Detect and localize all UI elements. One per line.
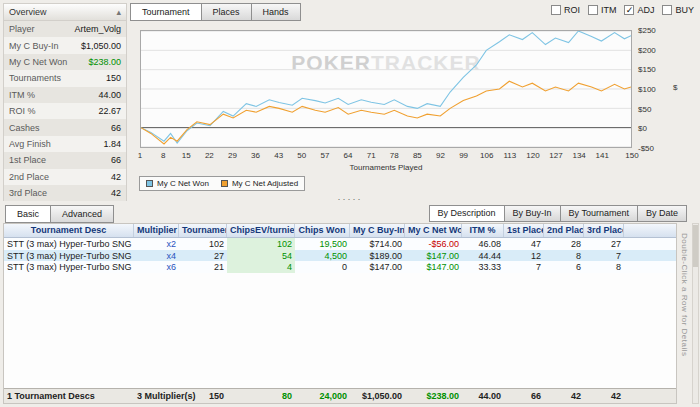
overview-stat-value: $1,050.00 — [81, 41, 121, 51]
summary-cell: 150 — [179, 390, 227, 402]
overview-stat-value: 66 — [111, 123, 121, 133]
table-summary-row: 1 Tournament Descs3 Multiplier(s)1508024… — [4, 388, 676, 403]
x-axis-label: Tournaments Played — [140, 163, 632, 172]
table-cell: 8 — [544, 250, 584, 262]
column-header-chips-won[interactable]: Chips Won — [295, 224, 350, 237]
overview-row: ITM %44.00 — [4, 87, 126, 103]
table-row[interactable]: STT (3 max) Hyper-Turbo SNG LOTTERYx6214… — [4, 261, 676, 273]
table-cell: 4,500 — [295, 250, 350, 262]
overview-panel: Overview ▴ PlayerArtem_VolgMy C Buy-In$1… — [3, 3, 127, 201]
legend-label: My C Net Won — [157, 179, 209, 188]
summary-cell: $238.00 — [405, 390, 462, 402]
x-tick-label: 50 — [292, 151, 312, 160]
table-cell: 28 — [544, 238, 584, 250]
table-cell: 0 — [295, 261, 350, 273]
y-axis-label: $ — [673, 83, 677, 92]
x-tick-label: 120 — [523, 151, 543, 160]
column-header-chipsev-turniej[interactable]: ChipsEV/turniej — [227, 224, 295, 237]
summary-cell: 42 — [544, 390, 584, 402]
group-button-by-buy-in[interactable]: By Buy-In — [504, 205, 561, 222]
column-header-my-c-buy-in[interactable]: My C Buy-In — [350, 224, 405, 237]
panel-splitter-handle[interactable]: ····· — [0, 196, 700, 203]
group-button-by-tournament[interactable]: By Tournament — [560, 205, 638, 222]
overview-title: Overview — [9, 7, 47, 17]
table-cell: 46.08 — [462, 238, 504, 250]
group-button-by-date[interactable]: By Date — [637, 205, 687, 222]
x-tick-label: 78 — [384, 151, 404, 160]
checkbox-box[interactable] — [551, 5, 561, 15]
column-header-tournaments[interactable]: Tournaments — [179, 224, 227, 237]
table-body: STT (3 max) Hyper-Turbo SNG LOTTERYx2102… — [4, 238, 676, 273]
overview-stat-value: 1.84 — [103, 139, 121, 149]
checkbox-roi[interactable]: ROI — [551, 5, 580, 15]
overview-stat-value: 66 — [111, 155, 121, 165]
overview-panel-header[interactable]: Overview ▴ — [4, 4, 126, 21]
double-click-hint: Double-Click a Row for Details — [680, 233, 689, 356]
overview-stat-value: Artem_Volg — [74, 24, 121, 34]
table-cell: $147.00 — [405, 261, 462, 273]
table-cell: 47 — [504, 238, 544, 250]
overview-stat-label: 2nd Place — [9, 172, 49, 182]
checkbox-buy[interactable]: BUY — [662, 5, 694, 15]
y-tick-label: $200 — [638, 46, 656, 55]
checkbox-label: ROI — [564, 5, 580, 15]
table-cell: 4 — [227, 261, 295, 273]
x-tick-label: 113 — [500, 151, 520, 160]
tab-hands[interactable]: Hands — [251, 3, 301, 21]
y-tick-label: $0 — [638, 124, 647, 133]
tab-tournament[interactable]: Tournament — [130, 3, 202, 21]
legend-swatch — [221, 180, 228, 187]
checkbox-box[interactable] — [662, 5, 672, 15]
summary-cell: $1,050.00 — [350, 390, 405, 402]
checkbox-box[interactable] — [588, 5, 598, 15]
y-tick-label: $250 — [638, 26, 656, 35]
vertical-scrollbar[interactable] — [692, 223, 699, 404]
x-tick-label: 29 — [222, 151, 242, 160]
column-header-tournament-desc[interactable]: Tournament Desc — [4, 224, 134, 237]
checkbox-adj[interactable]: ✓ADJ — [624, 5, 654, 15]
x-tick-label: 92 — [430, 151, 450, 160]
equity-chart-area: POKERTRACKER $250$200$150$100$50$0-$50 $… — [133, 23, 697, 198]
filter-tab-basic[interactable]: Basic — [5, 205, 51, 223]
overview-stat-label: ITM % — [9, 90, 35, 100]
table-cell: 7 — [584, 250, 624, 262]
group-button-by-description[interactable]: By Description — [429, 205, 505, 222]
summary-cell: 24,000 — [295, 390, 350, 402]
x-tick-label: 71 — [361, 151, 381, 160]
group-by-buttons: By DescriptionBy Buy-InBy TournamentBy D… — [430, 205, 687, 222]
filter-tab-advanced[interactable]: Advanced — [50, 205, 114, 223]
overview-stat-label: Cashes — [9, 123, 40, 133]
column-header-2nd-place[interactable]: 2nd Place — [544, 224, 584, 237]
x-tick-label: 127 — [546, 151, 566, 160]
overview-row: 1st Place66 — [4, 152, 126, 168]
tab-places[interactable]: Places — [201, 3, 252, 21]
x-tick-label: 15 — [176, 151, 196, 160]
column-header-multiplier[interactable]: Multiplier ▴ — [134, 224, 179, 237]
collapse-icon[interactable]: ▴ — [116, 7, 121, 17]
overview-row: Tournaments150 — [4, 70, 126, 86]
column-header-my-c-net-won[interactable]: My C Net Won — [405, 224, 462, 237]
scrollbar-thumb[interactable] — [693, 225, 698, 267]
column-header-1st-place[interactable]: 1st Place — [504, 224, 544, 237]
table-row[interactable]: STT (3 max) Hyper-Turbo SNG LOTTERYx4275… — [4, 250, 676, 262]
x-tick-label: 134 — [569, 151, 589, 160]
checkbox-box[interactable]: ✓ — [624, 5, 634, 15]
table-row[interactable]: STT (3 max) Hyper-Turbo SNG LOTTERYx2102… — [4, 238, 676, 250]
overview-stat-value: $238.00 — [88, 57, 121, 67]
x-tick-label: 85 — [407, 151, 427, 160]
report-tabs: TournamentPlacesHands — [131, 3, 301, 21]
overview-stat-value: 22.67 — [98, 106, 121, 116]
x-tick-label: 1 — [130, 151, 150, 160]
table-cell: -$56.00 — [405, 238, 462, 250]
legend-label: My C Net Adjusted — [232, 179, 298, 188]
report-toolbar: BasicAdvanced By DescriptionBy Buy-InBy … — [3, 205, 697, 222]
column-header-itm-[interactable]: ITM % — [462, 224, 504, 237]
overview-row: 2nd Place42 — [4, 169, 126, 185]
pokertracker-window: { "colors": { "positive_green": "#009000… — [0, 0, 700, 407]
column-header-3rd-place[interactable]: 3rd Place — [584, 224, 624, 237]
table-cell: 8 — [584, 261, 624, 273]
overview-row: Avg Finish1.84 — [4, 136, 126, 152]
overview-stat-value: 150 — [106, 73, 121, 83]
checkbox-itm[interactable]: ITM — [588, 5, 617, 15]
summary-cell: 3 Multiplier(s) — [134, 390, 179, 402]
